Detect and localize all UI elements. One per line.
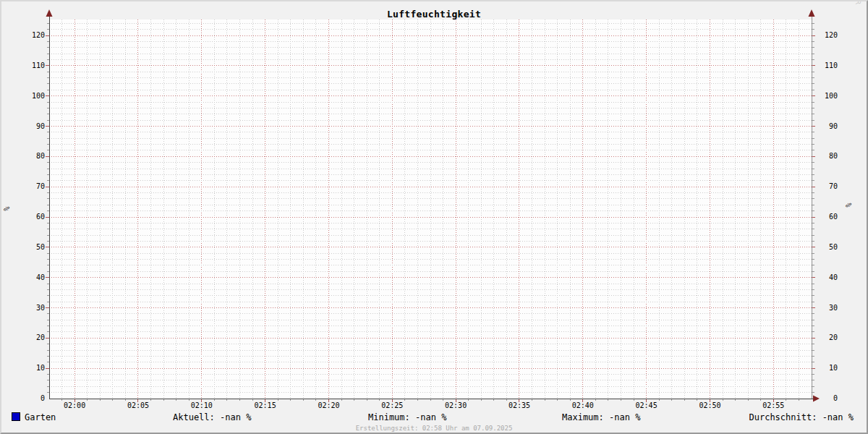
y-axis-unit-right: % [845,203,853,207]
stat-minimum: Minimum: -nan % [368,412,446,422]
y-tick-label-left: 110 [1,61,45,70]
y-tick-label-right: 50 [825,243,838,252]
y-tick-label-right: 30 [825,304,838,312]
y-tick-label-left: 60 [1,213,45,221]
y-tick-label-left: 50 [1,243,45,252]
y-tick-label-left: 100 [1,92,45,101]
x-tick-label: 02:05 [116,401,160,410]
stat-aktuell: Aktuell: -nan % [173,412,251,422]
y-tick-label-left: 0 [1,394,45,403]
stat-maximum: Maximum: -nan % [562,412,640,422]
y-tick-label-left: 10 [1,364,45,373]
stat-durchschnitt: Durchschnitt: -nan % [749,412,854,422]
y-tick-label-right: 0 [825,394,838,403]
creation-time: Erstellungszeit: 02:58 Uhr am 07.09.2025 [1,425,867,432]
y-tick-label-right: 100 [825,92,838,101]
x-tick-label: 02:20 [307,401,350,410]
x-tick-label: 02:25 [370,401,414,410]
y-tick-label-left: 120 [1,31,45,40]
series-label: Garten [25,412,56,422]
y-tick-label-left: 80 [1,152,45,161]
y-tick-label-right: 80 [825,152,838,161]
y-tick-label-left: 30 [1,304,45,312]
y-tick-label-right: 90 [825,122,838,131]
y-tick-label-left: 20 [1,333,45,342]
y-tick-label-left: 70 [1,182,45,191]
y-tick-label-right: 120 [825,31,838,40]
x-tick-label: 02:10 [180,401,224,410]
y-tick-label-left: 40 [1,273,45,282]
y-tick-label-right: 60 [825,213,838,221]
x-tick-label: 02:45 [625,401,668,410]
y-tick-label-right: 110 [825,61,838,70]
y-tick-label-right: 40 [825,273,838,282]
y-tick-label-right: 20 [825,333,838,342]
x-tick-label: 02:50 [688,401,731,410]
y-tick-label-right: 70 [825,182,838,191]
x-tick-label: 02:55 [752,401,795,410]
x-tick-label: 02:35 [498,401,541,410]
x-tick-label: 02:00 [53,401,96,410]
y-tick-label-left: 90 [1,122,45,131]
series-color-swatch [12,412,20,421]
y-axis-unit-left: % [3,206,11,210]
rrdtool-graph: Luftfeuchtigkeit RRDTOOL / TOBI OETIKER … [0,0,868,434]
plot-area [1,1,868,434]
x-tick-label: 02:15 [244,401,287,410]
y-tick-label-right: 10 [825,364,838,373]
x-tick-label: 02:30 [434,401,477,410]
legend-row: Garten Aktuell: -nan % Minimum: -nan % M… [1,412,867,422]
x-tick-label: 02:40 [561,401,605,410]
